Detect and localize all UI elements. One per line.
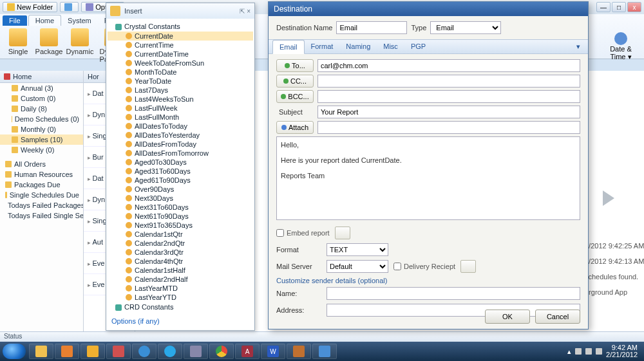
tree-item[interactable]: YearToDate — [108, 77, 253, 86]
task-gear[interactable] — [184, 344, 208, 359]
tree-item[interactable]: Calendar2ndHalf — [108, 275, 253, 284]
ribbon-single[interactable]: Single — [4, 28, 32, 56]
tree-item[interactable]: CurrentTime — [108, 41, 253, 50]
bcc-button[interactable]: BCC... — [276, 90, 314, 103]
task-word[interactable]: W — [261, 344, 285, 359]
to-input[interactable] — [317, 59, 580, 72]
tree-item[interactable]: Last4WeeksToSun — [108, 95, 253, 104]
nav-item[interactable]: Custom (0) — [0, 93, 83, 104]
nav-item[interactable]: Daily (8) — [0, 104, 83, 114]
maximize-button[interactable]: □ — [612, 2, 626, 12]
system-tray[interactable]: ▴ 9:42 AM 2/21/2012 — [567, 344, 641, 358]
tab-misc[interactable]: Misc — [377, 40, 404, 53]
tree-item[interactable]: Aged31To60Days — [108, 167, 253, 176]
nav-item[interactable]: Demo Schedules (0) — [0, 114, 83, 124]
tree-item[interactable]: CurrentDateTime — [108, 50, 253, 59]
ribbon-dynamic[interactable]: Dynamic — [66, 28, 94, 56]
tab-system[interactable]: System — [61, 15, 98, 26]
tree-item[interactable]: Calendar1stQtr — [108, 230, 253, 239]
embed-checkbox[interactable] — [276, 229, 284, 237]
tray-icon[interactable] — [575, 348, 582, 355]
task-access[interactable]: A — [235, 344, 260, 359]
tree-item[interactable]: Aged61To90Days — [108, 176, 253, 185]
task-app2[interactable] — [287, 344, 311, 359]
tray-icon[interactable] — [585, 348, 592, 355]
dest-name-input[interactable] — [336, 21, 407, 34]
ribbon-datetime[interactable]: Date & Time ▾ — [601, 28, 640, 56]
tree-item[interactable]: LastYearMTD — [108, 284, 253, 293]
start-button[interactable] — [3, 344, 26, 359]
nav-item[interactable]: Single Schedules Due — [0, 190, 83, 200]
nav-item[interactable]: Monthly (0) — [0, 124, 83, 134]
task-app[interactable] — [106, 344, 131, 359]
tree-item[interactable]: Next31To60Days — [108, 203, 253, 212]
attach-button[interactable]: Attach — [276, 121, 314, 134]
nav-item[interactable]: Weekly (0) — [0, 145, 83, 155]
delivery-checkbox[interactable] — [393, 263, 401, 270]
nav-item[interactable]: Todays Failed Packages — [0, 200, 83, 210]
attach-input[interactable] — [317, 121, 580, 134]
nav-item[interactable]: Packages Due — [0, 180, 83, 190]
quick-access-button[interactable] — [60, 2, 79, 12]
play-icon[interactable] — [603, 190, 614, 206]
tree-item[interactable]: Calendar3rdQtr — [108, 248, 253, 257]
insert-tree[interactable]: Crystal Constants CurrentDateCurrentTime… — [106, 19, 254, 315]
delivery-browse-button[interactable] — [460, 260, 476, 273]
cancel-button[interactable]: Cancel — [535, 310, 580, 324]
cc-button[interactable]: CC... — [276, 75, 314, 88]
ribbon-package[interactable]: Package — [35, 28, 63, 56]
tree-item[interactable]: Calendar1stHalf — [108, 266, 253, 275]
file-tab[interactable]: File — [3, 15, 27, 26]
nav-home[interactable]: Home — [0, 71, 83, 83]
format-select[interactable]: TEXT — [327, 243, 388, 256]
tree-item[interactable]: LastFullMonth — [108, 113, 253, 122]
tree-item[interactable]: Next61To90Days — [108, 212, 253, 221]
tree-root[interactable]: Crystal Constants — [108, 21, 253, 32]
chevron-down-icon[interactable]: ▾ — [573, 40, 584, 53]
tree-item[interactable]: LastYearYTD — [108, 293, 253, 302]
nav-item[interactable]: Human Resources — [0, 169, 83, 180]
ok-button[interactable]: OK — [485, 310, 530, 324]
to-button[interactable]: To... — [276, 59, 314, 72]
tab-home[interactable]: Home — [28, 15, 61, 26]
tree-item[interactable]: Aged0To30Days — [108, 158, 253, 167]
tray-volume-icon[interactable] — [596, 348, 602, 355]
insert-footer[interactable]: Options (if any) — [106, 315, 254, 328]
mailserver-select[interactable]: Default — [327, 260, 388, 273]
dest-type-select[interactable]: Email — [430, 21, 501, 34]
tree-item[interactable]: AllDatesFromToday — [108, 140, 253, 149]
subject-input[interactable] — [317, 106, 580, 118]
tree-item[interactable]: WeekToDateFromSun — [108, 59, 253, 68]
task-explorer[interactable] — [29, 344, 53, 359]
tree-item[interactable]: CurrentDate — [108, 32, 253, 41]
tree-item[interactable]: Next30Days — [108, 194, 253, 203]
embed-browse-button[interactable] — [335, 227, 350, 239]
tree-item[interactable]: Next91To365Days — [108, 221, 253, 230]
nav-item[interactable]: Samples (10) — [0, 134, 83, 145]
task-chrome[interactable] — [209, 344, 234, 359]
sender-name-input[interactable] — [327, 287, 580, 300]
task-app3[interactable] — [312, 344, 337, 359]
tree-root[interactable]: CRD Constants — [108, 302, 253, 312]
tree-item[interactable]: AllDatesFromTomorrow — [108, 149, 253, 158]
nav-item[interactable]: Todays Failed Single Se — [0, 210, 83, 221]
tree-item[interactable]: AllDatesToToday — [108, 122, 253, 131]
clock[interactable]: 9:42 AM 2/21/2012 — [606, 344, 638, 358]
close-button[interactable]: x — [627, 2, 641, 12]
tray-chevron-icon[interactable]: ▴ — [567, 347, 571, 356]
body-textarea[interactable] — [276, 136, 580, 220]
tree-item[interactable]: Calendar4thQtr — [108, 257, 253, 266]
new-folder-button[interactable]: New Folder — [3, 2, 57, 12]
tree-item[interactable]: LastFullWeek — [108, 104, 253, 113]
nav-item[interactable]: Annual (3) — [0, 83, 83, 93]
tree-item[interactable]: MonthToDate — [108, 68, 253, 77]
minimize-button[interactable]: — — [596, 2, 611, 12]
cc-input[interactable] — [317, 75, 580, 88]
task-skype[interactable] — [158, 344, 182, 359]
tab-pgp[interactable]: PGP — [404, 40, 432, 53]
tab-email[interactable]: Email — [272, 40, 305, 54]
task-ie[interactable] — [132, 344, 156, 359]
pin-close-icons[interactable]: ⇱ × — [240, 8, 251, 15]
tree-item[interactable]: AllDatesToYesterday — [108, 131, 253, 140]
tab-naming[interactable]: Naming — [339, 40, 377, 53]
